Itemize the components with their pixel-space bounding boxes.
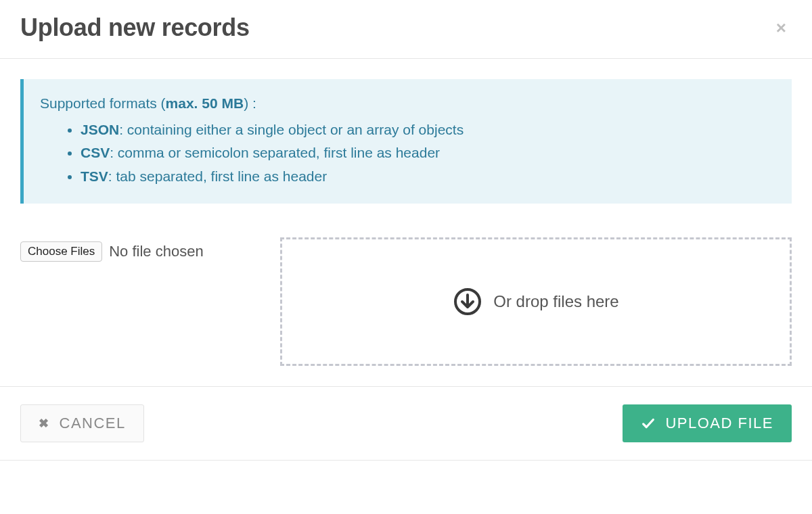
format-name: CSV bbox=[81, 145, 110, 160]
file-picker: Choose Files No file chosen bbox=[20, 237, 264, 262]
cancel-button[interactable]: ✖ CANCEL bbox=[20, 404, 144, 442]
format-desc: : tab separated, first line as header bbox=[108, 168, 327, 184]
max-size-text: max. 50 MB bbox=[166, 95, 244, 111]
format-desc: : comma or semicolon separated, first li… bbox=[110, 145, 440, 160]
upload-row: Choose Files No file chosen Or drop file… bbox=[20, 237, 792, 366]
x-icon: ✖ bbox=[39, 416, 50, 431]
supported-formats-info: Supported formats (max. 50 MB) : JSON: c… bbox=[20, 79, 792, 204]
file-chosen-status: No file chosen bbox=[109, 243, 203, 260]
format-name: TSV bbox=[81, 168, 108, 184]
dropzone[interactable]: Or drop files here bbox=[280, 237, 792, 366]
supported-prefix: Supported formats ( bbox=[40, 95, 166, 111]
download-circle-icon bbox=[453, 287, 482, 317]
dropzone-label: Or drop files here bbox=[493, 292, 618, 311]
format-name: JSON bbox=[81, 122, 119, 137]
format-item-tsv: TSV: tab separated, first line as header bbox=[81, 166, 775, 188]
format-desc: : containing either a single object or a… bbox=[119, 122, 464, 137]
check-icon bbox=[641, 416, 656, 431]
cancel-label: CANCEL bbox=[60, 415, 126, 432]
supported-formats-heading: Supported formats (max. 50 MB) : bbox=[40, 93, 775, 115]
format-item-json: JSON: containing either a single object … bbox=[81, 119, 775, 141]
supported-suffix: ) : bbox=[244, 95, 256, 111]
format-item-csv: CSV: comma or semicolon separated, first… bbox=[81, 142, 775, 164]
upload-file-button[interactable]: UPLOAD FILE bbox=[623, 404, 792, 442]
modal-body: Supported formats (max. 50 MB) : JSON: c… bbox=[0, 59, 812, 386]
choose-files-button[interactable]: Choose Files bbox=[20, 241, 102, 262]
modal-title: Upload new records bbox=[20, 14, 250, 42]
upload-label: UPLOAD FILE bbox=[665, 415, 773, 432]
formats-list: JSON: containing either a single object … bbox=[40, 119, 775, 188]
upload-modal: Upload new records × Supported formats (… bbox=[0, 0, 812, 461]
modal-header: Upload new records × bbox=[0, 0, 812, 59]
modal-footer: ✖ CANCEL UPLOAD FILE bbox=[0, 386, 812, 461]
close-icon[interactable]: × bbox=[771, 16, 792, 39]
